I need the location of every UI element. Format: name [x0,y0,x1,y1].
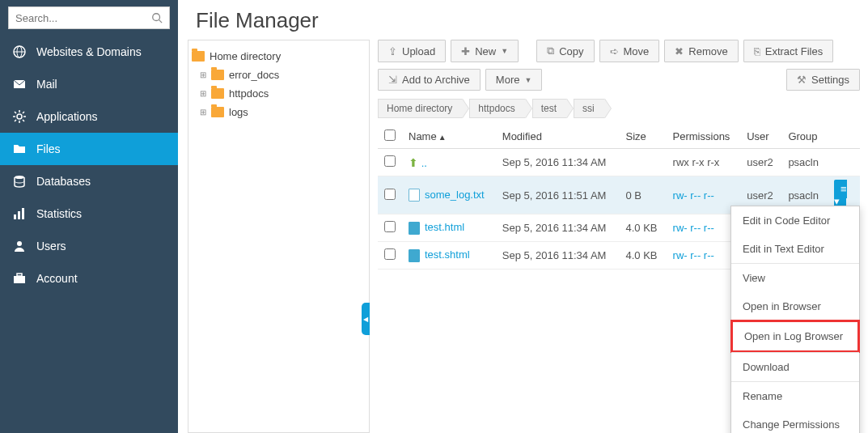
cell-modified: Sep 5, 2016 11:34 AM [496,242,620,270]
archive-label: Add to Archive [402,74,470,86]
svg-rect-12 [14,276,25,283]
cell-group: psacln [781,149,828,176]
extract-button[interactable]: ⎘Extract Files [743,40,834,62]
file-name[interactable]: some_log.txt [425,189,485,201]
extract-icon: ⎘ [754,45,760,57]
menu-item-edit-in-code-editor[interactable]: Edit in Code Editor [731,206,859,235]
sidebar-item-databases[interactable]: Databases [0,165,178,197]
expand-icon[interactable]: ⊞ [198,108,208,117]
file-name[interactable]: .. [421,157,427,169]
cell-size: 4.0 KB [619,242,666,270]
settings-icon: ⚒ [797,74,807,86]
collapse-handle[interactable] [362,303,370,335]
settings-button[interactable]: ⚒Settings [786,69,860,91]
menu-item-change-permissions[interactable]: Change Permissions [731,410,859,433]
file-panel: ⇪Upload ✚New▼ ⧉Copy ➪Move ✖Remove ⎘Extra… [370,40,868,433]
sidebar-item-account[interactable]: Account [0,262,178,295]
nav-label: Files [36,142,61,155]
row-checkbox[interactable] [384,155,396,167]
col-size[interactable]: Size [619,125,666,149]
col-group[interactable]: Group [781,125,828,149]
folder-icon [211,88,224,99]
new-label: New [475,45,496,57]
menu-item-view[interactable]: View [731,264,859,292]
context-menu: Edit in Code EditorEdit in Text EditorVi… [730,206,860,433]
folder-icon [211,107,224,117]
gear-icon [12,109,27,124]
new-button[interactable]: ✚New▼ [451,40,519,62]
sidebar-item-mail[interactable]: Mail [0,68,178,100]
sidebar-item-statistics[interactable]: Statistics [0,197,178,230]
crumb-ssi[interactable]: ssi [574,99,605,118]
more-label: More [496,74,520,86]
svg-point-6 [17,114,22,119]
menu-item-open-in-log-browser[interactable]: Open in Log Browser [730,320,860,353]
col-name[interactable]: Name▲ [402,125,496,149]
page-title: File Manager [178,0,868,40]
menu-item-edit-in-text-editor[interactable]: Edit in Text Editor [731,235,859,263]
cell-perms: rw- r-- r-- [667,214,741,242]
globe-icon [12,45,27,59]
svg-rect-9 [18,211,20,219]
menu-item-download[interactable]: Download [731,353,859,381]
settings-label: Settings [811,74,849,86]
sidebar: Websites & DomainsMailApplicationsFilesD… [0,0,178,433]
cell-size: 0 B [619,176,666,214]
search-input[interactable] [15,12,151,24]
cell-modified: Sep 5, 2016 11:51 AM [496,176,620,214]
svg-point-0 [153,14,160,21]
tree-root-label: Home directory [210,50,281,62]
crumb-test[interactable]: test [532,99,567,118]
nav-label: Websites & Domains [36,45,142,58]
toolbar-row-2: ⇲Add to Archive More▼ ⚒Settings [378,69,860,91]
tree-root[interactable]: Home directory [188,47,369,66]
move-button[interactable]: ➪Move [599,40,660,62]
sidebar-item-websites-domains[interactable]: Websites & Domains [0,36,178,68]
sort-asc-icon: ▲ [438,133,447,142]
nav-list: Websites & DomainsMailApplicationsFilesD… [0,36,178,295]
remove-button[interactable]: ✖Remove [664,40,738,62]
sidebar-item-users[interactable]: Users [0,230,178,262]
copy-label: Copy [559,45,583,57]
menu-item-rename[interactable]: Rename [731,382,859,410]
sidebar-item-applications[interactable]: Applications [0,100,178,133]
tree-item-httpdocs[interactable]: ⊞httpdocs [188,84,369,103]
row-checkbox[interactable] [384,248,396,260]
search-box[interactable] [8,6,170,29]
crumb-httpdocs[interactable]: httpdocs [469,99,525,118]
select-all-checkbox[interactable] [384,129,396,141]
expand-icon[interactable]: ⊞ [198,89,208,98]
search-wrap [0,0,178,36]
menu-item-open-in-browser[interactable]: Open in Browser [731,292,859,321]
tree-item-logs[interactable]: ⊞logs [188,103,369,121]
nav-label: Account [36,272,78,285]
svg-rect-13 [17,274,22,276]
user-icon [12,239,27,253]
nav-label: Applications [36,110,98,123]
copy-button[interactable]: ⧉Copy [536,40,594,62]
folder-icon [211,70,224,80]
more-button[interactable]: More▼ [485,69,543,91]
table-row[interactable]: ⬆ ..Sep 5, 2016 11:34 AMrwx r-x r-xuser2… [378,149,860,176]
sidebar-item-files[interactable]: Files [0,133,178,165]
row-checkbox[interactable] [384,221,396,232]
extract-label: Extract Files [765,45,824,57]
crumb-home-directory[interactable]: Home directory [378,99,463,118]
col-perms[interactable]: Permissions [667,125,741,149]
remove-label: Remove [688,45,727,57]
cell-perms: rw- r-- r-- [667,242,741,270]
file-name[interactable]: test.html [425,221,464,233]
col-modified[interactable]: Modified [496,125,620,149]
archive-button[interactable]: ⇲Add to Archive [378,69,481,91]
file-name[interactable]: test.shtml [425,248,470,261]
row-checkbox[interactable] [384,189,396,200]
tree-item-error_docs[interactable]: ⊞error_docs [188,66,369,84]
svg-line-1 [159,20,163,23]
copy-icon: ⧉ [547,45,554,57]
expand-icon[interactable]: ⊞ [198,70,208,79]
nav-label: Databases [36,175,91,188]
search-icon [151,12,163,23]
col-user[interactable]: User [740,125,781,149]
move-label: Move [624,45,650,57]
upload-button[interactable]: ⇪Upload [378,40,446,62]
